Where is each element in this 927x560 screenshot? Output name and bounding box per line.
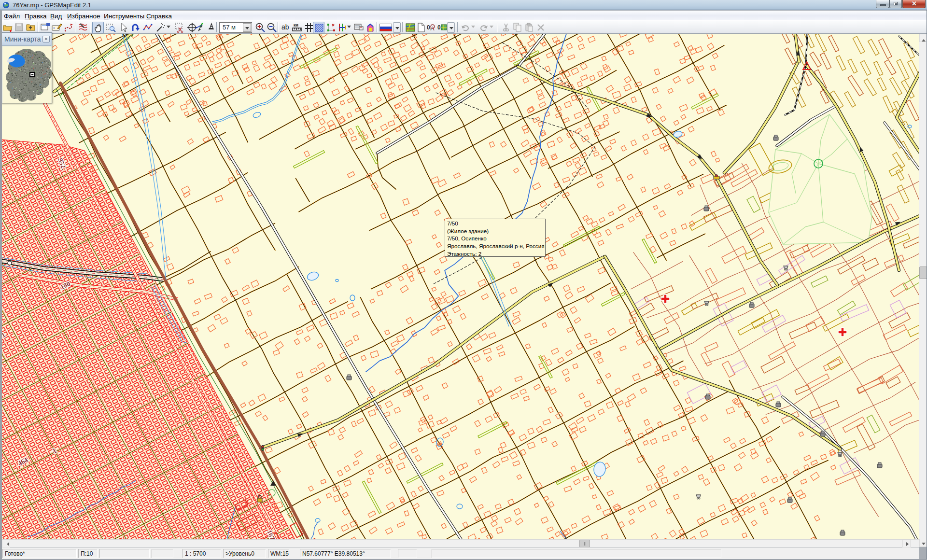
svg-text:0: 0 xyxy=(437,24,441,31)
svg-text:км: км xyxy=(294,23,298,27)
